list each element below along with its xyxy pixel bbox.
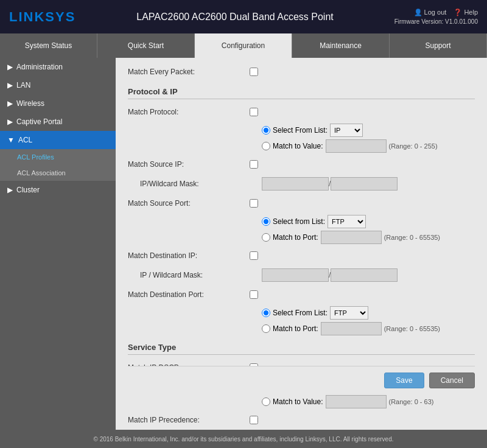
help-label: Help <box>464 9 478 16</box>
sidebar: ▶ Administration ▶ LAN ▶ Wireless ▶ Capt… <box>0 58 116 430</box>
sidebar-item-captive-portal[interactable]: ▶ Captive Portal <box>0 113 116 131</box>
source-port-select-radio[interactable] <box>262 217 270 226</box>
match-dest-ip-row: Match Destination IP: <box>128 248 475 264</box>
logo-text: LINKSYS <box>9 9 75 24</box>
arrow-icon-lan: ▶ <box>7 81 13 89</box>
protocol-match-to-value-radio[interactable] <box>262 142 270 150</box>
sidebar-item-lan-label: LAN <box>16 81 30 89</box>
arrow-icon-acl: ▼ <box>7 136 15 144</box>
source-port-select-label: Select from List: <box>273 217 325 226</box>
logout-icon: 👤 <box>414 9 424 16</box>
match-protocol-label: Match Protocol: <box>128 108 250 116</box>
match-every-packet-checkbox[interactable] <box>250 68 258 76</box>
dest-port-match-row: Match to Port: (Range: 0 - 65535) <box>262 322 440 335</box>
match-every-packet-row: Match Every Packet: <box>128 64 475 80</box>
header-links: 👤 Log out ❓ Help <box>414 9 478 16</box>
logout-label: Log out <box>424 9 447 16</box>
acl-profiles-label: ACL Profiles <box>17 153 54 161</box>
tab-system-status[interactable]: System Status <box>0 33 97 58</box>
footer-text: © 2016 Belkin International, Inc. and/or… <box>93 436 393 443</box>
dest-port-controls: Select From List: FTP HTTP HTTPS SSH Mat… <box>128 306 475 335</box>
acl-association-label: ACL Association <box>17 169 66 177</box>
sidebar-item-administration-label: Administration <box>16 63 63 71</box>
dscp-value-input[interactable] <box>326 395 387 408</box>
sidebar-item-wireless[interactable]: ▶ Wireless <box>0 94 116 113</box>
sidebar-item-captive-label: Captive Portal <box>16 117 62 126</box>
sidebar-item-acl-profiles[interactable]: ACL Profiles <box>0 149 116 165</box>
sidebar-acl-submenu: ACL Profiles ACL Association <box>0 149 116 181</box>
protocol-value-input[interactable] <box>326 139 387 153</box>
source-port-radios: Select from List: FTP HTTP HTTPS SSH Mat… <box>262 215 440 244</box>
dest-port-dropdown[interactable]: FTP HTTP HTTPS SSH <box>330 306 368 320</box>
tab-quick-start[interactable]: Quick Start <box>97 33 195 58</box>
tab-maintenance[interactable]: Maintenance <box>292 33 390 58</box>
nav-tabs: System Status Quick Start Configuration … <box>0 33 487 58</box>
arrow-icon-wireless: ▶ <box>7 99 13 108</box>
match-ip-precedence-row: Match IP Precedence: <box>128 412 475 428</box>
logout-link[interactable]: 👤 Log out <box>414 9 447 16</box>
save-button[interactable]: Save <box>384 373 424 388</box>
ip-wildcard-mask-label2: IP / Wildcard Mask: <box>140 271 262 279</box>
match-source-port-checkbox[interactable] <box>250 199 258 208</box>
sidebar-item-lan[interactable]: ▶ LAN <box>0 76 116 94</box>
source-port-input[interactable] <box>321 231 382 244</box>
arrow-icon-cluster: ▶ <box>7 186 13 194</box>
page-footer: © 2016 Belkin International, Inc. and/or… <box>0 430 487 448</box>
source-ip-input[interactable] <box>262 177 329 191</box>
source-mask-input[interactable] <box>331 177 398 191</box>
source-port-controls: Select from List: FTP HTTP HTTPS SSH Mat… <box>128 215 475 244</box>
cancel-button[interactable]: Cancel <box>429 373 475 388</box>
page-header: LINKSYS LAPAC2600 AC2600 Dual Band Acces… <box>0 0 487 33</box>
match-dest-port-checkbox[interactable] <box>250 290 258 299</box>
sidebar-item-wireless-label: Wireless <box>16 99 44 108</box>
dest-port-select-label: Select From List: <box>273 309 328 317</box>
source-port-range: (Range: 0 - 65535) <box>384 234 440 241</box>
dest-port-select-radio[interactable] <box>262 309 270 317</box>
tab-system-status-label: System Status <box>25 41 72 50</box>
sidebar-item-acl[interactable]: ▼ ACL <box>0 131 116 149</box>
match-source-ip-row: Match Source IP: <box>128 156 475 172</box>
tab-configuration-label: Configuration <box>222 41 265 50</box>
match-protocol-select-row: Select From List: IP TCP UDP ICMP Match … <box>128 124 475 153</box>
main-layout: ▶ Administration ▶ LAN ▶ Wireless ▶ Capt… <box>0 58 487 430</box>
content-area: Match Every Packet: Protocol & IP Match … <box>116 58 487 430</box>
source-port-match-row: Match to Port: (Range: 0 - 65535) <box>262 231 440 244</box>
protocol-select-from-list-label: Select From List: <box>273 126 328 135</box>
tab-quick-start-label: Quick Start <box>128 41 164 50</box>
protocol-ip-section-title: Protocol & IP <box>128 87 475 99</box>
sidebar-item-acl-association[interactable]: ACL Association <box>0 165 116 181</box>
arrow-icon: ▶ <box>7 63 13 71</box>
match-ip-precedence-checkbox[interactable] <box>250 416 258 424</box>
arrow-icon-captive: ▶ <box>7 117 13 126</box>
protocol-select-from-list-radio[interactable] <box>262 126 270 135</box>
source-port-dropdown[interactable]: FTP HTTP HTTPS SSH <box>328 215 366 228</box>
protocol-range-text: (Range: 0 - 255) <box>389 142 438 150</box>
device-title: LAPAC2600 AC2600 Dual Band Access Point <box>75 12 394 23</box>
dest-port-range: (Range: 0 - 65535) <box>384 325 440 332</box>
sidebar-item-cluster[interactable]: ▶ Cluster <box>0 181 116 199</box>
tab-support[interactable]: Support <box>390 33 487 58</box>
dest-port-match-radio[interactable] <box>262 324 270 333</box>
tab-configuration[interactable]: Configuration <box>195 33 292 58</box>
match-dest-ip-checkbox[interactable] <box>250 251 258 260</box>
dscp-match-radio[interactable] <box>262 397 270 406</box>
firmware-version: Firmware Version: V1.0.01.000 <box>394 18 478 25</box>
dest-port-select-row: Select From List: FTP HTTP HTTPS SSH <box>262 306 440 320</box>
match-dest-port-label: Match Destination Port: <box>128 290 250 299</box>
source-port-select-row: Select from List: FTP HTTP HTTPS SSH <box>262 215 440 228</box>
protocol-match-to-value-label: Match to Value: <box>273 142 323 150</box>
match-source-ip-checkbox[interactable] <box>250 160 258 169</box>
match-protocol-checkbox[interactable] <box>250 108 258 116</box>
match-source-port-row: Match Source Port: <box>128 195 475 211</box>
dscp-match-row: Match to Value: (Range: 0 - 63) <box>262 395 433 408</box>
protocol-select-dropdown[interactable]: IP TCP UDP ICMP <box>330 124 363 137</box>
dest-port-input[interactable] <box>321 322 382 335</box>
sidebar-item-acl-label: ACL <box>18 136 32 144</box>
dest-mask-input[interactable] <box>331 268 398 282</box>
dest-ip-input[interactable] <box>262 268 329 282</box>
help-link[interactable]: ❓ Help <box>454 9 478 16</box>
logo: LINKSYS <box>9 9 75 25</box>
match-dest-ip-label: Match Destination IP: <box>128 251 250 260</box>
source-port-match-radio[interactable] <box>262 233 270 242</box>
sidebar-item-administration[interactable]: ▶ Administration <box>0 58 116 76</box>
